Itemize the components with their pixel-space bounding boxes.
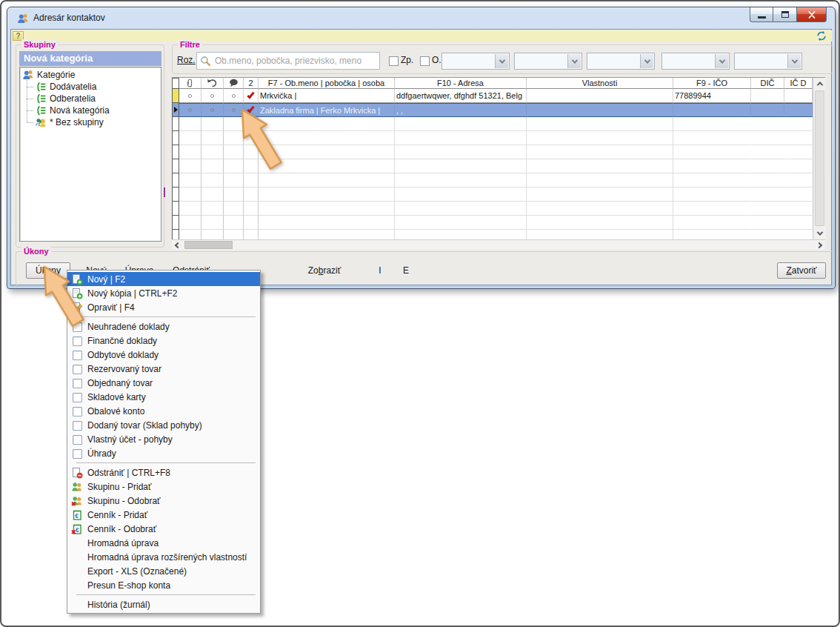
no-icon [71, 537, 83, 549]
cell-props [527, 159, 673, 173]
menu-item-presun-e-shop-konta[interactable]: Presun E-shop konta [67, 578, 260, 592]
minimize-button[interactable] [750, 7, 773, 22]
combo-dropdown-button[interactable] [567, 54, 581, 68]
cell-dic [751, 188, 784, 202]
menu-item-nov[interactable]: Nový | F2 [67, 272, 260, 286]
menu-item-rezervovan-tovar[interactable]: Rezervovaný tovar [67, 362, 260, 376]
refresh-icon[interactable] [816, 30, 827, 42]
filter-combo-3[interactable] [587, 53, 655, 70]
cell-name [259, 188, 395, 202]
horizontal-scroll-thumb[interactable] [184, 241, 233, 249]
expand-filters-link[interactable]: Roz. [177, 55, 196, 65]
row-indicator[interactable] [172, 89, 179, 103]
checkbox-icon [71, 349, 83, 361]
menu-item-skupinu-prida[interactable]: Skupinu - Pridať [67, 480, 260, 494]
tree-item-dod-vatelia[interactable]: Dodávatelia [20, 81, 161, 93]
filters-groupbox-label: Filtre [178, 39, 202, 50]
combo-dropdown-button[interactable] [787, 54, 801, 68]
maximize-button[interactable] [773, 7, 797, 22]
cell-clip [179, 216, 201, 230]
row-indicator [172, 117, 179, 131]
checkbox-icon [71, 377, 83, 389]
menu-item-cenn-k-prida[interactable]: €Cenník - Pridať [67, 508, 260, 522]
menu-item-objednan-tovar[interactable]: Objednaný tovar [67, 376, 260, 390]
e-button[interactable]: E [395, 263, 417, 278]
actions-groupbox-label: Úkony [21, 246, 51, 256]
vertical-scrollbar[interactable] [813, 78, 825, 239]
column-header-undo-icon[interactable] [201, 78, 224, 89]
status-ring-icon [210, 94, 214, 98]
tree-item-kateg-rie[interactable]: Kategórie [20, 69, 161, 81]
menu-item-hrady[interactable]: Úhrady [67, 446, 260, 460]
close-button[interactable] [797, 7, 827, 22]
combo-dropdown-button[interactable] [640, 54, 653, 68]
column-header-vlastnosti[interactable]: Vlastnosti [527, 78, 673, 89]
checkbox-o[interactable] [420, 56, 430, 66]
menu-item-cenn-k-odobra[interactable]: €Cenník - Odobrať [67, 522, 260, 536]
filter-combo-5[interactable] [734, 53, 802, 70]
menu-item-odstr-ni[interactable]: Odstrániť | CTRL+F8 [67, 465, 260, 480]
scroll-left-button[interactable] [172, 240, 184, 250]
menu-item-hist-ria-urn-l[interactable]: História (žurnál) [67, 597, 260, 611]
status-ring-icon [232, 108, 236, 112]
menu-item-finan-n-doklady[interactable]: Finančné doklady [67, 334, 260, 348]
menu-item-dodan-tovar-sklad-pohyby[interactable]: Dodaný tovar (Sklad pohyby) [67, 418, 260, 432]
combo-dropdown-button[interactable] [715, 54, 728, 68]
menu-item-vlastn-et-pohyby[interactable]: Vlastný účet - pohyby [67, 432, 260, 446]
column-header-f10-adresa[interactable]: F10 - Adresa [395, 78, 527, 89]
search-input[interactable] [197, 53, 379, 69]
column-header-di[interactable]: DIČ [751, 78, 784, 89]
menu-item-opravi[interactable]: Opraviť | F4 [67, 300, 260, 314]
cell-props [527, 89, 673, 103]
scroll-right-button[interactable] [813, 240, 825, 250]
column-header-f9-i-o[interactable]: F9 - IČO [673, 78, 751, 89]
table-row-empty [172, 230, 813, 239]
titlebar[interactable]: Adresár kontaktov [7, 7, 835, 29]
horizontal-scrollbar[interactable] [172, 239, 825, 250]
menu-item-neuhraden-doklady[interactable]: Neuhradené doklady [67, 319, 260, 334]
menu-item-skupinu-odobra[interactable]: Skupinu - Odobrať [67, 494, 260, 508]
i-button[interactable]: I [369, 263, 391, 278]
checkbox-icon [73, 379, 82, 388]
info-bar: ? [12, 30, 832, 42]
cell-undo [201, 202, 224, 216]
zatvorit-button[interactable]: Zatvoriť [777, 262, 826, 279]
menu-item-export-xls-ozna-en[interactable]: Export - XLS (Označené) [67, 564, 260, 578]
filter-combo-1[interactable] [441, 53, 510, 70]
scroll-down-button[interactable] [813, 228, 826, 239]
column-header-f7-ob-meno-pobo-ka-osoba[interactable]: F7 - Ob.meno | pobočka | osoba [259, 78, 395, 89]
row-indicator [172, 173, 179, 188]
ukony-menu-button[interactable]: Úkony [26, 262, 70, 279]
scroll-up-button[interactable] [813, 78, 826, 90]
row-indicator[interactable] [172, 103, 179, 117]
table-row-1[interactable]: Mrkvička |ddfgaertwqwer, dfghdf 51321, B… [172, 89, 813, 103]
checkbox-icon [71, 419, 83, 431]
filter-combo-4[interactable] [661, 53, 730, 70]
menu-item-obalov-konto[interactable]: Obalové konto [67, 404, 260, 418]
green-list-icon [35, 81, 47, 93]
filter-combo-2[interactable] [514, 53, 582, 70]
zobrazit-button[interactable]: Zobraziť [302, 263, 347, 278]
column-header-2[interactable]: 2 [244, 78, 259, 89]
tree-item-odberatelia[interactable]: Odberatelia [20, 93, 161, 104]
splitter-handle[interactable] [164, 188, 165, 197]
menu-item-odbytov-doklady[interactable]: Odbytové doklady [67, 348, 260, 362]
tree-item-bez-skupiny[interactable]: ?* Bez skupiny [20, 116, 161, 128]
column-header-comment-icon[interactable] [224, 78, 244, 89]
menu-item-hromadn-prava[interactable]: Hromadná úprava [67, 536, 260, 550]
row-indicator [172, 230, 179, 239]
cell-addr [395, 131, 527, 145]
cell-two [244, 202, 259, 216]
menu-item-skladov-karty[interactable]: Skladové karty [67, 390, 260, 404]
combo-dropdown-button[interactable] [495, 54, 508, 68]
column-header-paperclip-icon[interactable] [179, 78, 201, 89]
menu-item-hromadn-prava-roz-ren-ch-vlastnost[interactable]: Hromadná úprava rozšírených vlastností [67, 550, 260, 564]
column-header-i-d[interactable]: IČ D [784, 78, 813, 89]
checkbox-zp[interactable] [389, 56, 399, 66]
menu-item-nov-k-pia[interactable]: Nový kópia | CTRL+F2 [67, 286, 260, 300]
table-row-2[interactable]: Zakladna firma | Ferko Mrkvicka |, , [172, 103, 813, 117]
tree-item-nov-kateg-ria[interactable]: Nová kategória [20, 104, 161, 116]
tree-item-label: Nová kategória [50, 105, 110, 116]
vertical-scroll-thumb[interactable] [815, 90, 824, 226]
new-doc-plus-icon [71, 273, 83, 285]
